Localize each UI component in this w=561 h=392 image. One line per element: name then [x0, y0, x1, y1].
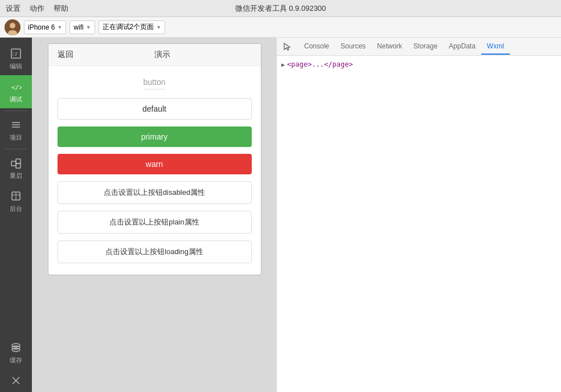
tab-console[interactable]: Console — [298, 39, 335, 55]
sidebar-label-cache: 缓存 — [10, 356, 22, 365]
avatar — [5, 19, 21, 35]
sidebar-label-project: 项目 — [10, 133, 22, 142]
network-label: wifi — [73, 23, 83, 31]
button-set-disabled[interactable]: 点击设置以上按钮disabled属性 — [58, 181, 252, 204]
button-warn[interactable]: warn — [58, 154, 252, 174]
svg-text:</>: </> — [11, 84, 22, 91]
page-title-section: button — [144, 77, 166, 87]
sidebar-label-restart: 重启 — [10, 172, 22, 180]
svg-rect-11 — [16, 164, 21, 168]
sidebar-item-cache[interactable]: 缓存 — [0, 336, 32, 369]
sidebar-item-debug[interactable]: </> 调试 — [0, 75, 32, 108]
main-area: □/ 编辑 </> 调试 项目 — [0, 38, 561, 392]
sidebar-divider-2 — [5, 149, 27, 149]
phone-frame: 返回 演示 button default primary warn 点击设置以上… — [48, 43, 261, 275]
back-button[interactable]: 返回 — [58, 50, 73, 60]
devtools-tabs: Console Sources Network Storage AppData … — [277, 38, 561, 56]
sidebar-item-restart[interactable]: 重启 — [0, 152, 32, 185]
svg-point-1 — [10, 23, 15, 28]
sidebar-item-close[interactable] — [0, 369, 32, 392]
debug-icon: </> — [9, 80, 23, 93]
right-panel: Console Sources Network Storage AppData … — [277, 38, 561, 392]
debug-mode-selector[interactable]: 正在调试2个页面 ▼ — [99, 21, 166, 34]
button-set-plain[interactable]: 点击设置以上按钮plain属性 — [58, 211, 252, 234]
device-arrow-icon: ▼ — [57, 24, 62, 30]
devtools-content: ▶ <page>...</page> — [277, 56, 561, 392]
sidebar-item-editor[interactable]: □/ 编辑 — [0, 42, 32, 75]
tab-wxml[interactable]: Wxml — [481, 39, 510, 55]
toolbar: iPhone 6 ▼ wifi ▼ 正在调试2个页面 ▼ — [0, 17, 561, 38]
sidebar-divider-1 — [5, 111, 27, 111]
button-default[interactable]: default — [58, 98, 252, 120]
svg-marker-20 — [284, 43, 290, 50]
sidebar-label-editor: 编辑 — [10, 62, 22, 71]
wxml-tag: <page>...</page> — [287, 60, 353, 68]
app-title: 微信开发者工具 0.9.092300 — [235, 3, 326, 14]
debug-arrow-icon: ▼ — [156, 24, 161, 30]
phone-content: button default primary warn 点击设置以上按钮disa… — [48, 66, 261, 275]
svg-rect-9 — [11, 161, 16, 166]
restart-icon — [9, 156, 23, 170]
preview-panel: 返回 演示 button default primary warn 点击设置以上… — [32, 38, 277, 392]
phone-header: 返回 演示 — [48, 44, 261, 66]
tab-sources[interactable]: Sources — [335, 39, 371, 55]
sidebar-label-backend: 后台 — [10, 205, 22, 213]
svg-rect-10 — [16, 159, 21, 164]
menu-action[interactable]: 动作 — [30, 3, 44, 14]
expand-arrow-icon[interactable]: ▶ — [281, 62, 285, 68]
device-selector[interactable]: iPhone 6 ▼ — [24, 21, 66, 34]
editor-icon: □/ — [9, 47, 23, 60]
sidebar-label-debug: 调试 — [10, 95, 22, 104]
menu-help[interactable]: 帮助 — [54, 3, 68, 14]
sidebar: □/ 编辑 </> 调试 项目 — [0, 38, 32, 392]
cache-icon — [9, 341, 23, 354]
svg-text:□/: □/ — [13, 51, 17, 57]
svg-point-17 — [12, 348, 20, 352]
tab-network[interactable]: Network — [371, 39, 408, 55]
sidebar-item-backend[interactable]: 后台 — [0, 185, 32, 218]
tab-appdata[interactable]: AppData — [443, 39, 481, 55]
menu-settings[interactable]: 设置 — [6, 3, 21, 14]
sidebar-item-project[interactable]: 项目 — [0, 113, 32, 146]
cursor-button[interactable] — [281, 40, 294, 53]
network-selector[interactable]: wifi ▼ — [69, 21, 95, 34]
project-icon — [9, 118, 23, 132]
titlebar-menu: 设置 动作 帮助 — [6, 3, 68, 14]
button-set-loading[interactable]: 点击设置以上按钮loading属性 — [58, 240, 252, 263]
debug-mode-label: 正在调试2个页面 — [103, 22, 154, 32]
titlebar: 设置 动作 帮助 微信开发者工具 0.9.092300 — [0, 0, 561, 17]
wxml-line: ▶ <page>...</page> — [281, 60, 556, 68]
button-primary[interactable]: primary — [58, 126, 252, 147]
backend-icon — [9, 189, 23, 203]
network-arrow-icon: ▼ — [86, 24, 91, 30]
page-subtitle: button — [144, 77, 166, 89]
phone-page-title: 演示 — [73, 50, 252, 60]
device-label: iPhone 6 — [28, 23, 55, 31]
close-icon — [9, 374, 23, 387]
tab-storage[interactable]: Storage — [408, 39, 443, 55]
